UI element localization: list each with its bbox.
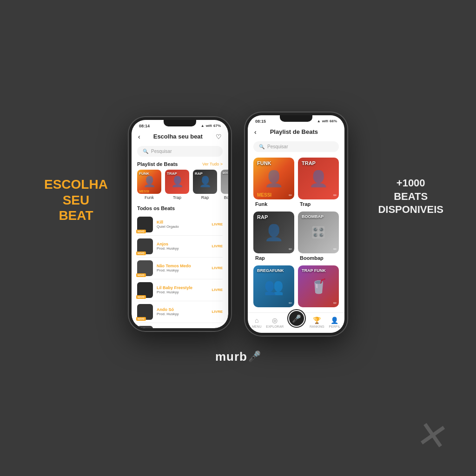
nav-menu[interactable]: ⌂ MENU <box>252 317 262 328</box>
nav-perfil[interactable]: 👤 PERFIL <box>329 317 341 328</box>
beat-title-3: Lil Baby Freestyle <box>157 285 208 290</box>
beat-item-0[interactable]: NOVO Kill Quiel Orgado LIVRE <box>137 214 223 236</box>
logo-area: murb 🎤 <box>215 350 261 364</box>
phone2-bottom-nav: ⌂ MENU ◎ EXPLORAR 🎤 🏆 RANKING <box>248 312 344 333</box>
beat-thumb-4: NOVO <box>137 304 153 320</box>
nav-ranking[interactable]: 🏆 RANKING <box>310 317 324 328</box>
phone2-search[interactable]: 🔍 Pesquisar <box>253 141 339 152</box>
edit-icon-trapfunk: ✏ <box>333 301 337 305</box>
home-icon: ⌂ <box>255 317 258 324</box>
grid-badge-trapfunk: TRAP FUNK <box>302 268 326 273</box>
phone1-ver-tudo[interactable]: Ver Tudo > <box>202 162 223 166</box>
beat-novo-4: NOVO <box>136 317 146 321</box>
phones-container: 08:14 ▲ wifi 67% ‹ Escolha seu beat ♡ 🔍 <box>129 112 347 336</box>
beat-item-3[interactable]: NOVO Lil Baby Freestyle Prod. Huskyy LIV… <box>137 279 223 301</box>
phone1-time: 08:14 <box>139 124 150 128</box>
nav-ranking-label: RANKING <box>310 325 324 328</box>
logo-text: murb <box>215 350 247 364</box>
beat-artist-4: Prod. Huskyy <box>157 312 208 316</box>
beat-artist-1: Prod. Huskyy <box>157 246 208 251</box>
grid-item-trap[interactable]: TRAP 👤 ✏ Trap <box>298 158 339 208</box>
grid-item-bregafunk[interactable]: BREGAFUNK 👥 ✏ <box>253 265 294 307</box>
deco-cross: ✕ <box>413 412 451 460</box>
back-icon-2[interactable]: ‹ <box>254 128 257 136</box>
trophy-icon: 🏆 <box>313 317 321 324</box>
back-icon[interactable]: ‹ <box>138 133 140 140</box>
beat-thumb-5: NOVO <box>137 326 153 328</box>
right-cta-line3: DISPONIVEIS <box>378 203 443 217</box>
playlist-caption-rap: Rap <box>201 195 209 200</box>
playlist-caption-trap: Trap <box>173 195 181 200</box>
phone1-notch <box>164 120 196 126</box>
phone1-battery: 67% <box>213 124 221 128</box>
grid-badge-rap: RAP <box>257 214 268 220</box>
grid-badge-funk: FUNK <box>257 160 271 166</box>
beat-price-3: LIVRE <box>212 288 223 292</box>
beat-price-4: LIVRE <box>212 310 223 314</box>
grid-caption-boombap: Boombap <box>298 253 339 262</box>
playlist-item-rap[interactable]: RAP 👤 Rap <box>193 170 217 200</box>
phone1-title: Escolha seu beat <box>153 133 203 140</box>
search-icon: 🔍 <box>143 149 148 154</box>
edit-icon-trap: ✏ <box>333 193 337 198</box>
grid-item-funk[interactable]: FUNK 👤 MESSI ✏ Funk <box>253 158 294 208</box>
grid-badge-boombap: BOOMBAP <box>302 214 324 219</box>
playlist-item-funk[interactable]: FUNK 👤 MESSI Funk <box>137 170 161 200</box>
nav-mic[interactable]: 🎤 <box>288 317 305 327</box>
phone2: 08:15 ▲ wifi 66% ‹ Playlist de Beats 🔍 <box>245 112 347 336</box>
phone2-title: Playlist de Beats <box>270 128 318 135</box>
phone1-wifi-icon: wifi <box>206 124 212 128</box>
beat-item-1[interactable]: NOVO Anjos Prod. Huskyy LIVRE <box>137 236 223 258</box>
grid-caption-funk: Funk <box>253 199 294 208</box>
phone2-status-icons: ▲ wifi 66% <box>317 119 337 123</box>
playlist-badge-boombap: BOOMBAP <box>223 172 228 174</box>
beat-title-2: Não Temos Medo <box>157 264 208 268</box>
beat-info-1: Anjos Prod. Huskyy <box>157 242 208 251</box>
beat-price-0: LIVRE <box>212 222 223 226</box>
phone1-status-icons: ▲ wifi 67% <box>201 124 221 128</box>
phone1-header: ‹ Escolha seu beat ♡ <box>132 130 228 143</box>
beat-thumb-1: NOVO <box>137 238 153 254</box>
beat-novo-0: NOVO <box>136 230 146 233</box>
playlist-thumb-rap: RAP 👤 <box>193 170 217 194</box>
playlist-item-trap[interactable]: TRAP 👤 Trap <box>165 170 189 200</box>
mic-button[interactable]: 🎤 <box>288 310 305 327</box>
phone1-search-placeholder: Pesquisar <box>151 149 172 154</box>
beat-info-3: Lil Baby Freestyle Prod. Huskyy <box>157 285 208 294</box>
beat-item-2[interactable]: NOVO Não Temos Medo Prod. Huskyy LIVRE <box>137 258 223 279</box>
phone1: 08:14 ▲ wifi 67% ‹ Escolha seu beat ♡ 🔍 <box>129 117 231 331</box>
left-cta-line2: SEU <box>44 192 108 208</box>
grid-item-rap[interactable]: RAP 👤 ✏ Rap <box>253 212 294 262</box>
phone2-wrapper: 08:15 ▲ wifi 66% ‹ Playlist de Beats 🔍 <box>245 112 347 336</box>
edit-icon-boombap: ✏ <box>333 247 337 251</box>
phone2-time: 08:15 <box>255 119 266 124</box>
beat-item-4[interactable]: NOVO Ando Só Prod. Huskyy LIVRE <box>137 301 223 323</box>
phone2-search-placeholder: Pesquisar <box>267 144 288 149</box>
logo-icon: 🎤 <box>248 350 261 363</box>
playlist-badge-rap: RAP <box>195 172 203 176</box>
explore-icon: ◎ <box>272 317 278 324</box>
beat-item-5[interactable]: NOVO Outro Prod. Huskyy LIVRE <box>137 323 223 328</box>
grid-row-1: FUNK 👤 MESSI ✏ Funk TRAP 👤 ✏ <box>253 158 339 208</box>
grid-item-trapfunk[interactable]: TRAP FUNK 🥤 ✏ <box>298 265 339 307</box>
left-cta: ESCOLHA SEU BEAT <box>44 177 108 224</box>
nav-perfil-label: PERFIL <box>329 325 341 328</box>
phone1-screen: 08:14 ▲ wifi 67% ‹ Escolha seu beat ♡ 🔍 <box>132 120 228 328</box>
beat-price-2: LIVRE <box>212 266 223 270</box>
beat-artist-0: Quiel Orgado <box>157 225 208 229</box>
playlist-thumb-boombap: BOOMBAP 🎵 <box>221 170 228 194</box>
phone1-search[interactable]: 🔍 Pesquisar <box>137 146 223 157</box>
beat-price-1: LIVRE <box>212 244 223 248</box>
nav-explorar[interactable]: ◎ EXPLORAR <box>266 317 284 328</box>
grid-caption-trap: Trap <box>298 199 339 208</box>
playlist-item-boombap[interactable]: BOOMBAP 🎵 Boombap <box>221 170 228 200</box>
playlist-thumb-funk: FUNK 👤 MESSI <box>137 170 161 194</box>
beat-thumb-0: NOVO <box>137 217 153 232</box>
phone1-wrapper: 08:14 ▲ wifi 67% ‹ Escolha seu beat ♡ 🔍 <box>129 117 231 331</box>
grid-item-boombap[interactable]: BOOMBAP 🎛️ ✏ Boombap <box>298 212 339 262</box>
heart-icon[interactable]: ♡ <box>216 133 222 140</box>
nav-explorar-label: EXPLORAR <box>266 325 284 328</box>
left-cta-line3: BEAT <box>44 208 108 224</box>
edit-icon-rap: ✏ <box>289 247 292 251</box>
playlist-caption-boombap: Boombap <box>224 195 228 200</box>
